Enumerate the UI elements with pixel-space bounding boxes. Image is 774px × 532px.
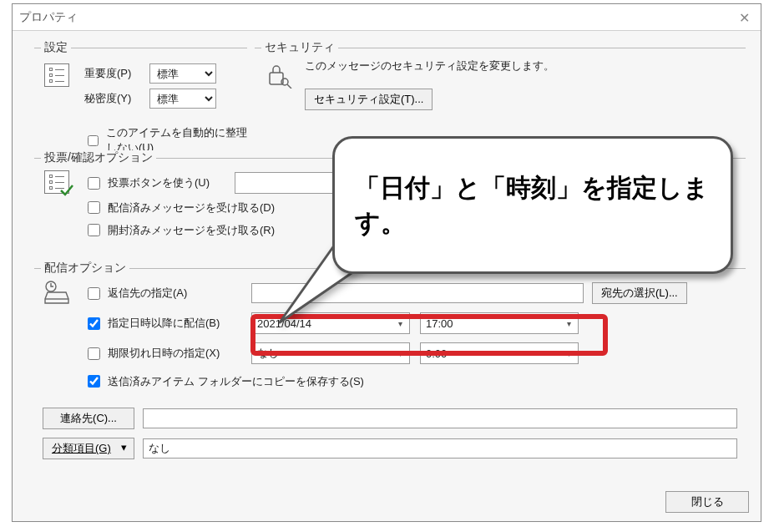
expire-date-combo[interactable]: なし ▾: [251, 342, 410, 364]
chevron-down-icon: ▾: [563, 317, 574, 330]
svg-point-1: [281, 79, 288, 85]
chevron-down-icon: ▾: [121, 441, 127, 453]
categories-value: なし: [149, 441, 170, 456]
delivery-receipt-label: 配信済みメッセージを受け取る(D): [108, 200, 275, 215]
chevron-down-icon: ▾: [394, 347, 406, 360]
reply-to-checkbox[interactable]: 返信先の指定(A): [84, 285, 251, 302]
group-delivery: 配信オプション 返信先の指定(A) 宛先の選択(L)...: [34, 268, 746, 469]
voting-checkbox[interactable]: 投票ボタンを使う(U): [84, 175, 235, 192]
lock-icon: [265, 79, 293, 91]
outbox-icon: [44, 296, 71, 308]
categories-button-label: 分類項目(G): [52, 442, 111, 454]
close-icon[interactable]: ✕: [734, 8, 754, 28]
expire-checkbox[interactable]: 期限切れ日時の指定(X): [84, 345, 251, 362]
expire-time-value: 0:00: [426, 347, 447, 360]
importance-label: 重要度(P): [84, 66, 149, 81]
read-receipt-input[interactable]: [88, 224, 100, 236]
group-delivery-caption: 配信オプション: [41, 261, 129, 276]
group-security: セキュリティ このメッセージのセキュリティ設定を変更します。 セキュリティ設定(…: [255, 48, 746, 148]
expire-input[interactable]: [88, 347, 100, 360]
save-sent-label: 送信済みアイテム フォルダーにコピーを保存する(S): [108, 374, 364, 389]
title-bar: プロパティ ✕: [13, 4, 761, 31]
window-title: プロパティ: [19, 10, 78, 25]
sensitivity-select[interactable]: 標準: [149, 89, 216, 109]
defer-time-combo[interactable]: 17:00 ▾: [420, 312, 579, 334]
contacts-button[interactable]: 連絡先(C)...: [43, 408, 134, 429]
properties-icon: [44, 63, 69, 87]
sensitivity-label: 秘密度(Y): [84, 91, 149, 106]
security-settings-button[interactable]: セキュリティ設定(T)...: [305, 89, 433, 110]
chevron-down-icon: ▾: [394, 317, 406, 330]
defer-checkbox[interactable]: 指定日時以降に配信(B): [84, 315, 251, 332]
save-sent-input[interactable]: [88, 375, 100, 388]
defer-input[interactable]: [88, 317, 100, 330]
callout-bubble: 「日付」と「時刻」を指定します。: [332, 136, 733, 274]
group-security-caption: セキュリティ: [261, 40, 338, 55]
contacts-field[interactable]: [143, 408, 737, 428]
save-sent-checkbox[interactable]: 送信済みアイテム フォルダーにコピーを保存する(S): [84, 372, 737, 390]
select-names-button[interactable]: 宛先の選択(L)...: [592, 282, 687, 304]
categories-button[interactable]: 分類項目(G) ▾: [43, 438, 134, 459]
checklist-icon: [44, 170, 69, 196]
expire-label: 期限切れ日時の指定(X): [108, 346, 220, 361]
voting-input[interactable]: [88, 177, 100, 190]
reply-to-label: 返信先の指定(A): [108, 286, 187, 301]
callout-text: 「日付」と「時刻」を指定します。: [355, 170, 711, 241]
chevron-down-icon: ▾: [563, 347, 574, 360]
categories-field[interactable]: なし: [143, 438, 737, 459]
voting-label: 投票ボタンを使う(U): [108, 175, 210, 190]
group-settings: 設定 重要度(P) 標準 秘密度(Y) 標準: [34, 48, 247, 148]
auto-archive-input[interactable]: [88, 134, 99, 147]
delivery-receipt-input[interactable]: [88, 201, 100, 214]
close-button[interactable]: 閉じる: [665, 491, 749, 513]
defer-label: 指定日時以降に配信(B): [108, 316, 220, 331]
reply-to-input[interactable]: [88, 287, 100, 300]
defer-time-value: 17:00: [426, 317, 453, 330]
security-desc: このメッセージのセキュリティ設定を変更します。: [305, 58, 737, 73]
read-receipt-label: 開封済みメッセージを受け取る(R): [108, 223, 275, 238]
group-settings-caption: 設定: [41, 40, 71, 55]
expire-date-value: なし: [257, 346, 279, 361]
group-vote-caption: 投票/確認オプション: [41, 150, 156, 165]
expire-time-combo[interactable]: 0:00 ▾: [420, 342, 579, 364]
importance-select[interactable]: 標準: [149, 63, 216, 84]
